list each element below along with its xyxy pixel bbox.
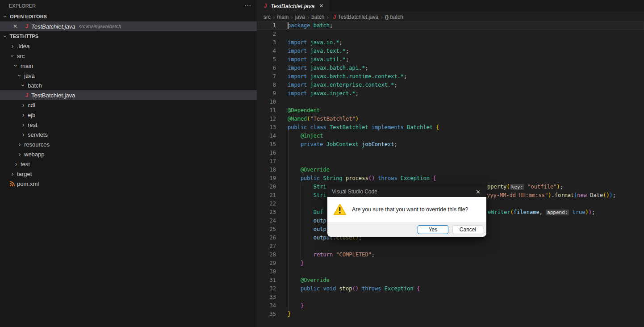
indent-guide — [288, 268, 289, 276]
sidebar-item-label: TestBatchlet.java — [31, 92, 75, 99]
tab-testbatchlet[interactable]: J TestBatchlet.java ✕ — [258, 0, 329, 12]
warning-icon — [333, 203, 347, 216]
sidebar-item-servlets[interactable]: ›servlets — [0, 130, 257, 139]
tab-close-icon[interactable]: ✕ — [318, 3, 325, 9]
line-number: 20 — [258, 183, 288, 191]
code-line-17[interactable]: 17 — [258, 157, 644, 166]
java-file-icon: J — [262, 3, 269, 9]
code-line-27[interactable]: 27 — [258, 242, 644, 251]
breadcrumb-separator-icon: › — [307, 14, 309, 21]
dialog-titlebar: Visual Studio Code ✕ — [327, 186, 486, 197]
code-line-18[interactable]: 18 @Override — [258, 166, 644, 174]
code-line-2[interactable]: 2 — [258, 30, 644, 38]
indent-guide — [288, 140, 289, 149]
sidebar-item-resources[interactable]: ›resources — [0, 139, 257, 149]
indent-guide — [288, 242, 289, 251]
indent-guide — [301, 200, 301, 208]
breadcrumb-item-src[interactable]: src — [263, 14, 271, 20]
breadcrumb-item-batch[interactable]: {}batch — [385, 14, 403, 20]
cancel-button[interactable]: Cancel — [452, 225, 483, 234]
sidebar-item-label: webapp — [24, 151, 45, 158]
code-line-19[interactable]: 19 public String process() throws Except… — [258, 174, 644, 183]
code-fragment-right: eWriter(filename, append: true)); — [488, 208, 595, 217]
code-line-8[interactable]: 8import javax.enterprise.context.*; — [258, 81, 644, 89]
chevron-right-icon: › — [16, 151, 23, 158]
code-line-1[interactable]: 1package batch; — [258, 21, 644, 30]
indent-guide — [288, 183, 289, 191]
sidebar-item-label: rest — [28, 122, 38, 128]
java-file-icon: J — [23, 92, 30, 98]
code-line-14[interactable]: 14 @Inject — [258, 132, 644, 140]
indent-guide — [288, 276, 289, 285]
sidebar-item-src[interactable]: ›src — [0, 51, 257, 61]
line-number: 35 — [258, 310, 288, 319]
sidebar-item-label: test — [21, 161, 30, 168]
code-line-30[interactable]: 30 — [258, 268, 644, 276]
code-line-13[interactable]: 13public class TestBatchlet implements B… — [258, 123, 644, 132]
code-line-4[interactable]: 4import java.text.*; — [258, 47, 644, 55]
breadcrumb-item-java[interactable]: java — [295, 14, 305, 20]
sidebar-item-ejb[interactable]: ›ejb — [0, 110, 257, 120]
sidebar-item-cdi[interactable]: ›cdi — [0, 100, 257, 110]
project-section[interactable]: › TESTHTTPS — [0, 31, 257, 41]
indent-guide — [288, 149, 289, 157]
open-editor-item[interactable]: ✕ J TestBatchlet.java src\main\java\batc… — [0, 21, 257, 31]
yes-button[interactable]: Yes — [418, 225, 448, 234]
line-number: 11 — [258, 106, 288, 115]
sidebar-item-testbatchlet-java[interactable]: JTestBatchlet.java — [0, 90, 257, 100]
breadcrumb-item-main[interactable]: main — [277, 14, 289, 20]
more-actions-icon[interactable]: ⋯ — [244, 2, 251, 10]
sidebar-item-test[interactable]: ›test — [0, 159, 257, 169]
code-line-32[interactable]: 32 public void stop() throws Exception { — [258, 285, 644, 293]
code-line-33[interactable]: 33 — [258, 293, 644, 302]
code-line-3[interactable]: 3import java.io.*; — [258, 38, 644, 47]
code-line-35[interactable]: 35} — [258, 310, 644, 319]
code-line-31[interactable]: 31 @Override — [258, 276, 644, 285]
sidebar-item-target[interactable]: ›target — [0, 169, 257, 179]
code-line-5[interactable]: 5import java.util.*; — [258, 55, 644, 64]
sidebar-item-rest[interactable]: ›rest — [0, 120, 257, 130]
code-line-7[interactable]: 7import javax.batch.runtime.context.*; — [258, 72, 644, 81]
breadcrumb-item-testbatchlet-java[interactable]: JTestBatchlet.java — [331, 14, 379, 20]
indent-guide — [301, 225, 301, 234]
code-line-11[interactable]: 11@Dependent — [258, 106, 644, 115]
chevron-down-icon: › — [9, 52, 16, 59]
code-line-6[interactable]: 6import javax.batch.api.*; — [258, 64, 644, 72]
sidebar-item-java[interactable]: ›java — [0, 71, 257, 80]
code-fragment-right: pperty(key: "outfile"); — [487, 183, 563, 191]
line-number: 23 — [258, 208, 288, 217]
sidebar-item-pom-xml[interactable]: pom.xml — [0, 179, 257, 189]
breadcrumb-label: java — [295, 14, 305, 20]
code-line-28[interactable]: 28 return "COMPLETED"; — [258, 251, 644, 259]
line-number: 33 — [258, 293, 288, 302]
dialog-body: Are you sure that you want to override t… — [327, 197, 486, 222]
sidebar-item-label: resources — [24, 141, 50, 148]
code-line-10[interactable]: 10 — [258, 98, 644, 106]
code-line-12[interactable]: 12@Named("TestBatchlet") — [258, 115, 644, 123]
dialog-close-icon[interactable]: ✕ — [474, 189, 482, 195]
sidebar-item-batch[interactable]: ›batch — [0, 80, 257, 90]
sidebar-item-main[interactable]: ›main — [0, 61, 257, 71]
symbol-namespace-icon: {} — [385, 14, 389, 20]
code-line-29[interactable]: 29 } — [258, 259, 644, 268]
chevron-right-icon: › — [20, 101, 27, 109]
code-line-34[interactable]: 34 } — [258, 302, 644, 310]
chevron-down-icon: › — [20, 82, 27, 89]
explorer-title: EXPLORER — [9, 3, 36, 8]
code-line-16[interactable]: 16 — [258, 149, 644, 157]
line-number: 6 — [258, 64, 288, 72]
breadcrumb-item-batch[interactable]: batch — [311, 14, 324, 20]
indent-guide — [288, 200, 289, 208]
close-editor-icon[interactable]: ✕ — [12, 23, 19, 29]
open-editors-section[interactable]: › OPEN EDITORS — [0, 12, 257, 21]
code-editor[interactable]: 1package batch;23import java.io.*;4impor… — [258, 21, 644, 327]
sidebar-item-webapp[interactable]: ›webapp — [0, 149, 257, 159]
breadcrumb-label: TestBatchlet.java — [338, 14, 379, 20]
line-number: 10 — [258, 98, 288, 106]
chevron-down-icon: › — [13, 62, 20, 69]
code-line-9[interactable]: 9import javax.inject.*; — [258, 89, 644, 98]
project-label: TESTHTTPS — [10, 34, 38, 39]
sidebar-item--idea[interactable]: ›.idea — [0, 41, 257, 51]
code-line-15[interactable]: 15 private JobContext jobContext; — [258, 140, 644, 149]
breadcrumb: src›main›java›batch›JTestBatchlet.java›{… — [258, 12, 644, 22]
